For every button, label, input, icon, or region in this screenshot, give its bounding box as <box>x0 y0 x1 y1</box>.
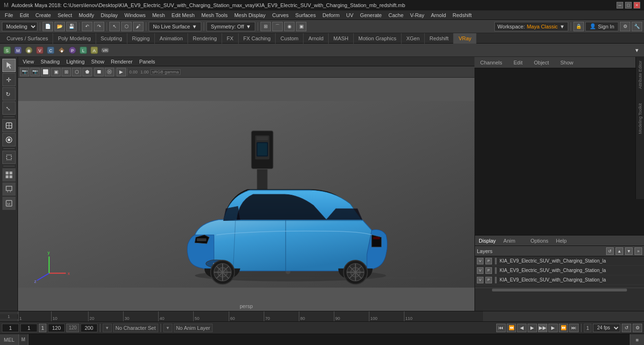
redo-button[interactable]: ↷ <box>94 22 104 31</box>
viewport-menu-show[interactable]: Show <box>89 58 107 65</box>
end-frame-input[interactable] <box>48 324 65 332</box>
menu-mesh-tools[interactable]: Mesh Tools <box>198 11 230 19</box>
menu-modify[interactable]: Modify <box>76 11 97 19</box>
layer-row-3[interactable]: V P KIA_EV9_Electric_SUV_with_Charging_S… <box>475 275 644 285</box>
snap-point[interactable]: ◉ <box>284 22 295 31</box>
universal-manip[interactable] <box>2 119 16 132</box>
tab-motion-graphics[interactable]: Motion Graphics <box>354 33 402 44</box>
layer-pick-1[interactable]: P <box>485 258 492 264</box>
menu-redshift[interactable]: Redshift <box>450 11 474 19</box>
vp-camera[interactable]: 📷 <box>20 68 29 76</box>
layer-visible-1[interactable]: V <box>477 258 483 264</box>
select-tool-button[interactable] <box>2 59 16 72</box>
help-tab[interactable]: Help <box>556 238 567 244</box>
shelf-icon-10[interactable]: VR <box>100 45 110 55</box>
shelf-icon-4[interactable]: V <box>35 45 45 55</box>
layer-pick-3[interactable]: P <box>485 277 492 283</box>
soft-select[interactable] <box>2 133 16 146</box>
options-tab[interactable]: Options <box>530 238 548 244</box>
live-surface-label[interactable]: No Live Surface ▼ <box>149 22 201 31</box>
tab-fx[interactable]: FX <box>222 33 239 44</box>
tab-curves-surfaces[interactable]: Curves / Surfaces <box>2 33 53 44</box>
layer-row-2[interactable]: V P KIA_EV9_Electric_SUV_with_Charging_S… <box>475 266 644 275</box>
object-tab[interactable]: Object <box>532 59 551 66</box>
snap-curve[interactable]: ⌒ <box>272 22 283 31</box>
viewport-canvas[interactable]: KIA <box>18 78 474 311</box>
preferences-button[interactable]: ⚙ <box>633 324 642 332</box>
character-set-dropdown[interactable]: ▼ <box>103 324 112 332</box>
ch-edit-tab[interactable]: Edit <box>511 59 524 66</box>
render-settings[interactable]: 🔧 <box>632 22 642 31</box>
symmetry-label[interactable]: Symmetry: Off ▼ <box>206 22 255 31</box>
gamma-label[interactable]: sRGB gamma <box>151 69 180 75</box>
menu-curves[interactable]: Curves <box>269 11 292 19</box>
maya-icon-btn[interactable]: M <box>19 334 28 345</box>
save-layout-button[interactable] <box>2 182 16 196</box>
lasso-tool[interactable]: ⬡ <box>121 22 132 31</box>
shelf-icon-8[interactable]: L <box>78 45 89 55</box>
menu-windows[interactable]: Windows <box>122 11 149 19</box>
snap-surface[interactable]: ▣ <box>296 22 306 31</box>
vp-frame-sel[interactable]: ▣ <box>51 68 61 76</box>
layer-scroll-bar[interactable] <box>475 288 644 291</box>
menu-select[interactable]: Select <box>55 11 75 19</box>
layer-expand-btn[interactable]: » <box>635 247 642 255</box>
go-start-button[interactable]: ⏮ <box>496 324 506 332</box>
attribute-editor-tab[interactable]: Attribute Editor <box>637 59 644 91</box>
character-set-label[interactable]: No Character Set <box>113 324 158 332</box>
menu-vray[interactable]: V-Ray <box>407 11 427 19</box>
maximize-button[interactable]: □ <box>625 2 632 9</box>
step-back-button[interactable]: ◀ <box>517 324 527 332</box>
menu-mesh-display[interactable]: Mesh Display <box>232 11 268 19</box>
shelf-icon-7[interactable]: P <box>67 45 78 55</box>
max-frame-input[interactable] <box>80 324 98 332</box>
menu-edit[interactable]: Edit <box>17 11 32 19</box>
layer-up-btn[interactable]: ▲ <box>616 247 623 255</box>
vp-wireframe[interactable]: ⬡ <box>72 68 81 76</box>
menu-deform[interactable]: Deform <box>320 11 342 19</box>
vp-hud[interactable]: Ⓗ <box>105 68 114 76</box>
minimize-button[interactable]: ─ <box>617 2 623 9</box>
layer-scroll-thumb[interactable] <box>492 289 627 291</box>
new-scene-button[interactable]: 📄 <box>43 22 53 31</box>
loop-button[interactable]: ↺ <box>622 324 631 332</box>
tab-sculpting[interactable]: Sculpting <box>96 33 127 44</box>
start-frame-input[interactable] <box>2 324 19 332</box>
viewport-menu-renderer[interactable]: Renderer <box>108 58 135 65</box>
save-scene-button[interactable]: 💾 <box>66 22 77 31</box>
shelf-icon-1[interactable]: S <box>2 45 12 55</box>
cmd-end-button[interactable]: ■ <box>630 334 644 345</box>
cmd-input-field[interactable] <box>28 334 630 345</box>
workspace-mode-select[interactable]: Modeling <box>2 22 37 31</box>
viewport-menu-panels[interactable]: Panels <box>136 58 158 65</box>
next-key-button[interactable]: ⏩ <box>559 324 568 332</box>
step-forward-button[interactable]: ▶ <box>548 324 558 332</box>
tab-rendering[interactable]: Rendering <box>188 33 222 44</box>
fps-select[interactable]: 24 fps 30 fps <box>593 324 620 332</box>
vp-smooth[interactable]: ⬟ <box>82 68 92 76</box>
menu-create[interactable]: Create <box>33 11 54 19</box>
play-back-button[interactable]: ▶ <box>528 324 537 332</box>
load-layout-button[interactable]: M <box>2 197 16 210</box>
open-scene-button[interactable]: 📂 <box>54 22 65 31</box>
show-tab[interactable]: Show <box>558 59 575 66</box>
anim-tab[interactable]: Anim <box>503 238 515 244</box>
sign-in-button[interactable]: 👤 Sign In <box>585 22 618 31</box>
tab-redshift[interactable]: Redshift <box>425 33 454 44</box>
layer-pick-2[interactable]: P <box>485 267 492 274</box>
anim-layer-label[interactable]: No Anim Layer <box>174 324 213 332</box>
shelf-icon-9[interactable]: A <box>89 45 99 55</box>
cmd-language-label[interactable]: MEL <box>0 334 19 345</box>
viewport-menu-lighting[interactable]: Lighting <box>63 58 88 65</box>
frame-range-control[interactable]: 1 <box>39 324 46 332</box>
prev-key-button[interactable]: ⏪ <box>507 324 516 332</box>
tab-mash[interactable]: MASH <box>329 33 354 44</box>
shelf-icon-6[interactable]: ◆ <box>56 45 67 55</box>
current-frame-input[interactable] <box>20 324 37 332</box>
move-tool-button[interactable]: ✛ <box>2 73 16 86</box>
shelf-icon-5[interactable]: C <box>45 45 56 55</box>
layer-visible-3[interactable]: V <box>477 277 483 283</box>
menu-mesh[interactable]: Mesh <box>149 11 168 19</box>
layer-visible-2[interactable]: V <box>477 267 483 274</box>
menu-display[interactable]: Display <box>98 11 121 19</box>
